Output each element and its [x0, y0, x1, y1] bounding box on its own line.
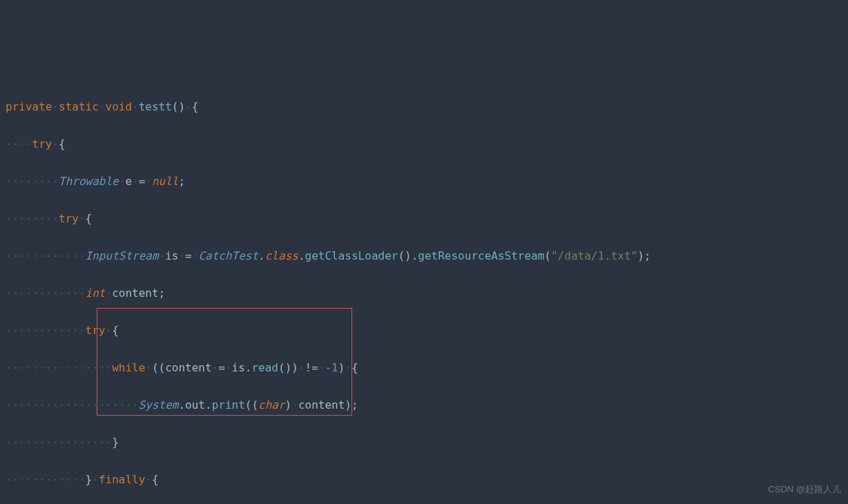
code-line: ········Throwable·e·=·null; — [6, 172, 848, 191]
code-line: ····················System.out.print((ch… — [6, 396, 848, 414]
watermark: CSDN @赶路人儿 — [768, 480, 841, 498]
code-line: ············try·{ — [6, 321, 848, 340]
code-line: ········try·{ — [6, 209, 848, 228]
code-line: ················} — [6, 433, 848, 452]
code-line: ················while·((content·=·is.rea… — [6, 358, 848, 377]
code-line: ············}·finally·{ — [6, 470, 848, 489]
code-line: ····try·{ — [6, 135, 848, 153]
code-editor: private·static·void·testt()·{ ····try·{ … — [0, 75, 848, 504]
code-line: ············int·content; — [6, 284, 848, 302]
code-line: private·static·void·testt()·{ — [6, 97, 848, 116]
code-line: ············InputStream·is·=·CatchTest.c… — [6, 246, 848, 265]
